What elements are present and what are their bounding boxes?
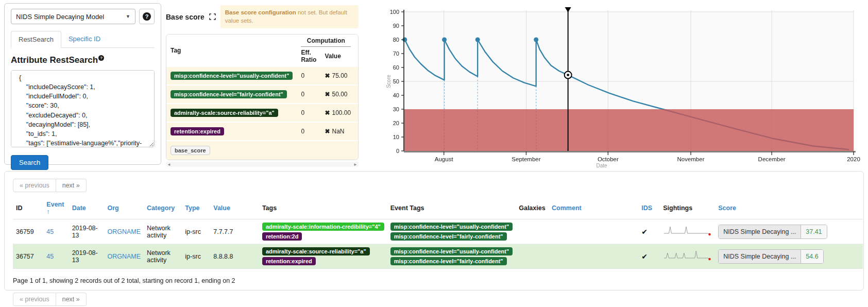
galaxies-cell bbox=[516, 244, 549, 269]
galaxies-cell bbox=[516, 219, 549, 244]
col-ids-sort[interactable]: IDS bbox=[638, 197, 660, 219]
ids-checkmark-icon: ✔ bbox=[641, 252, 648, 261]
score-widget: NIDS Simple Decaying ... 37.41 bbox=[718, 225, 827, 239]
decay-score-value: 37.41 bbox=[801, 225, 826, 238]
event-tag-badge[interactable]: misp:confidence-level="usually-confident… bbox=[390, 247, 513, 255]
svg-text:2020: 2020 bbox=[847, 156, 860, 162]
tag-badge[interactable]: retention:expired bbox=[262, 257, 316, 265]
tag-badge[interactable]: misp:confidence-level="fairly-confident" bbox=[171, 90, 287, 98]
search-tabs: RestSearch Specific ID bbox=[11, 31, 155, 48]
previous-page-button[interactable]: « previous bbox=[13, 293, 56, 306]
svg-text:60: 60 bbox=[393, 64, 399, 71]
col-tag: Tag bbox=[166, 35, 297, 66]
svg-text:80: 80 bbox=[393, 37, 399, 43]
restsearch-heading: Attribute RestSearch? bbox=[11, 55, 155, 65]
col-tags: Tags bbox=[259, 197, 387, 219]
search-button[interactable]: Search bbox=[11, 155, 48, 170]
horizontal-scrollbar[interactable]: ◄► bbox=[166, 162, 359, 167]
svg-text:December: December bbox=[758, 156, 786, 162]
question-icon: ? bbox=[143, 12, 151, 21]
sightings-sparkline bbox=[663, 231, 712, 238]
attributes-results-panel: « previous next » ID Event ↑ Date Org Ca… bbox=[4, 171, 864, 291]
multiply-icon: ✖ bbox=[325, 72, 330, 79]
svg-text:10: 10 bbox=[393, 134, 399, 140]
scroll-right-icon: ► bbox=[353, 162, 358, 167]
col-sightings: Sightings bbox=[660, 197, 715, 219]
base-score-table: Tag Computation Result Eff. Ratio Value … bbox=[166, 34, 359, 160]
col-type-sort[interactable]: Type bbox=[182, 197, 210, 219]
svg-text:August: August bbox=[435, 156, 454, 162]
tag-badge[interactable]: retention:2d bbox=[262, 232, 302, 241]
col-category-sort[interactable]: Category bbox=[144, 197, 182, 219]
col-org-sort[interactable]: Org bbox=[104, 197, 144, 219]
svg-text:20: 20 bbox=[393, 120, 399, 126]
comment-cell bbox=[549, 244, 638, 269]
col-computation: Computation bbox=[297, 35, 355, 48]
decay-score-value: 54.6 bbox=[801, 250, 823, 263]
col-eff-ratio: Eff. Ratio bbox=[297, 48, 320, 66]
sightings-sparkline bbox=[663, 256, 712, 263]
col-id: ID bbox=[13, 197, 43, 219]
chevron-down-icon: ▼ bbox=[126, 14, 130, 19]
base-score-row: retention:expired 0 ✖NaN 0 bbox=[166, 122, 359, 141]
svg-text:Score: Score bbox=[386, 75, 392, 89]
help-button[interactable]: ? bbox=[139, 9, 155, 24]
event-tag-badge[interactable]: misp:confidence-level="fairly-confident" bbox=[390, 232, 507, 241]
col-result: Result bbox=[355, 35, 359, 66]
col-date-sort[interactable]: Date bbox=[69, 197, 105, 219]
decaying-model-tool-page: NIDS Simple Decaying Model ▼ ? RestSearc… bbox=[0, 0, 868, 307]
tab-restsearch[interactable]: RestSearch bbox=[11, 31, 61, 48]
tab-specific-id[interactable]: Specific ID bbox=[61, 31, 108, 47]
col-value-sort[interactable]: Value bbox=[210, 197, 259, 219]
tag-badge[interactable]: admiralty-scale:source-reliability="a" bbox=[262, 247, 370, 255]
base-score-panel: Base score Base score configuration not … bbox=[166, 5, 359, 186]
base-score-total-row: base_score 80.00 bbox=[166, 141, 359, 160]
event-link[interactable]: 45 bbox=[46, 253, 54, 260]
col-value: Value bbox=[320, 48, 355, 66]
ids-checkmark-icon: ✔ bbox=[641, 228, 648, 236]
base-score-badge: base_score bbox=[171, 146, 210, 155]
decaying-model-name[interactable]: NIDS Simple Decaying ... bbox=[719, 225, 801, 238]
pagination-bottom: « previous next » bbox=[13, 293, 87, 306]
svg-text:November: November bbox=[677, 156, 704, 162]
next-page-button[interactable]: next » bbox=[56, 179, 87, 192]
attributes-table: ID Event ↑ Date Org Category Type Value … bbox=[13, 197, 863, 269]
multiply-icon: ✖ bbox=[325, 109, 330, 116]
multiply-icon: ✖ bbox=[325, 128, 330, 135]
org-link[interactable]: ORGNAME bbox=[107, 253, 141, 260]
event-tag-badge[interactable]: misp:confidence-level="usually-confident… bbox=[390, 223, 513, 231]
score-widget: NIDS Simple Decaying ... 54.6 bbox=[718, 249, 823, 264]
tag-badge[interactable]: admiralty-scale:information-credibility=… bbox=[262, 223, 384, 231]
base-score-row: misp:confidence-level="usually-confident… bbox=[166, 66, 359, 85]
comment-cell bbox=[549, 219, 638, 244]
event-tag-badge[interactable]: misp:confidence-level="fairly-confident" bbox=[390, 257, 507, 265]
expand-icon[interactable] bbox=[209, 13, 216, 20]
col-event-sort[interactable]: Event ↑ bbox=[43, 197, 69, 219]
pagination-top: « previous next » bbox=[13, 179, 87, 192]
tag-badge[interactable]: retention:expired bbox=[171, 127, 224, 135]
model-select-value: NIDS Simple Decaying Model bbox=[16, 13, 104, 21]
decay-score-chart[interactable]: 0102030405060708090100AugustSeptemberOct… bbox=[361, 0, 868, 170]
col-comment-sort[interactable]: Comment bbox=[549, 197, 638, 219]
tag-badge[interactable]: misp:confidence-level="usually-confident… bbox=[171, 72, 293, 80]
base-score-row: admiralty-scale:source-reliability="a" 0… bbox=[166, 104, 359, 122]
base-score-row: misp:confidence-level="fairly-confident"… bbox=[166, 85, 359, 104]
tag-badge[interactable]: admiralty-scale:source-reliability="a" bbox=[171, 109, 278, 117]
model-select[interactable]: NIDS Simple Decaying Model ▼ bbox=[11, 9, 135, 24]
svg-text:90: 90 bbox=[393, 23, 399, 29]
scroll-left-icon: ◄ bbox=[167, 162, 171, 167]
restsearch-query-input[interactable] bbox=[11, 70, 155, 147]
col-event-tags: Event Tags bbox=[387, 197, 516, 219]
event-link[interactable]: 45 bbox=[46, 228, 54, 235]
base-score-total: 80.00 bbox=[355, 141, 359, 160]
table-row: 36759 45 2019-08-13 ORGNAME Network acti… bbox=[13, 219, 863, 244]
svg-text:40: 40 bbox=[393, 92, 399, 98]
svg-text:Date: Date bbox=[597, 163, 608, 168]
svg-text:30: 30 bbox=[393, 106, 399, 112]
svg-text:70: 70 bbox=[393, 50, 399, 57]
col-score-sort[interactable]: Score bbox=[715, 197, 863, 219]
next-page-button[interactable]: next » bbox=[56, 293, 87, 306]
org-link[interactable]: ORGNAME bbox=[107, 228, 141, 235]
previous-page-button[interactable]: « previous bbox=[13, 179, 56, 192]
decaying-model-name[interactable]: NIDS Simple Decaying ... bbox=[719, 250, 801, 263]
